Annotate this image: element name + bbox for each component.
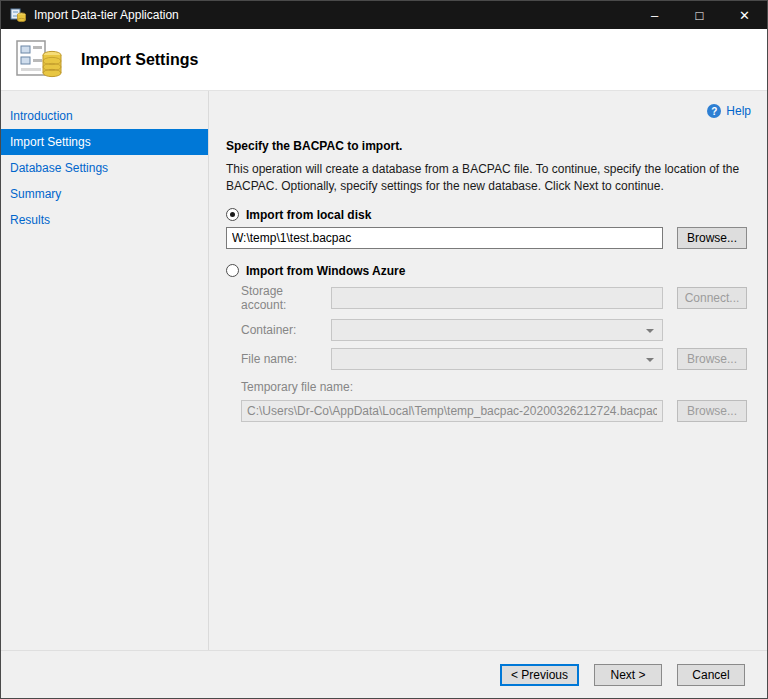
azure-radio[interactable]	[226, 264, 239, 277]
app-icon	[10, 7, 26, 23]
section-description: This operation will create a database fr…	[226, 161, 751, 195]
sidebar-item-summary[interactable]: Summary	[1, 181, 208, 207]
wizard-footer: < Previous Next > Cancel	[1, 650, 767, 698]
wizard-steps-sidebar: Introduction Import Settings Database Se…	[1, 91, 209, 650]
file-name-dropdown	[331, 348, 663, 370]
bacpac-path-input[interactable]	[226, 227, 663, 249]
temp-file-name-input	[241, 400, 663, 422]
container-dropdown	[331, 319, 663, 341]
azure-radio-row: Import from Windows Azure	[226, 264, 751, 278]
window-title: Import Data-tier Application	[34, 8, 632, 22]
sidebar-item-database-settings[interactable]: Database Settings	[1, 155, 208, 181]
help-label: Help	[726, 104, 751, 118]
file-name-label: File name:	[241, 352, 331, 366]
main-area: Introduction Import Settings Database Se…	[1, 91, 767, 650]
sidebar-item-results[interactable]: Results	[1, 207, 208, 233]
local-browse-button[interactable]: Browse...	[677, 227, 747, 249]
local-disk-radio-label[interactable]: Import from local disk	[246, 208, 371, 222]
storage-account-input	[331, 287, 663, 309]
help-icon	[707, 104, 721, 118]
previous-button[interactable]: < Previous	[500, 664, 579, 686]
azure-browse-button: Browse...	[677, 348, 747, 370]
next-button[interactable]: Next >	[594, 664, 662, 686]
connect-button: Connect...	[677, 287, 747, 309]
section-heading: Specify the BACPAC to import.	[226, 139, 751, 153]
window-controls: – □ ✕	[632, 1, 767, 29]
cancel-button[interactable]: Cancel	[677, 664, 745, 686]
storage-account-label: Storage account:	[241, 284, 331, 312]
sidebar-item-import-settings[interactable]: Import Settings	[1, 129, 208, 155]
container-label: Container:	[241, 323, 331, 337]
import-settings-icon	[15, 37, 63, 83]
azure-radio-label[interactable]: Import from Windows Azure	[246, 264, 405, 278]
page-title: Import Settings	[81, 51, 198, 69]
minimize-button[interactable]: –	[632, 1, 677, 29]
local-disk-radio-row: Import from local disk	[226, 208, 751, 222]
temp-file-name-label: Temporary file name:	[241, 380, 353, 394]
title-bar: Import Data-tier Application – □ ✕	[1, 1, 767, 29]
wizard-header: Import Settings	[1, 29, 767, 91]
maximize-button[interactable]: □	[677, 1, 722, 29]
close-button[interactable]: ✕	[722, 1, 767, 29]
import-data-tier-application-window: Import Data-tier Application – □ ✕ Impor…	[0, 0, 768, 699]
sidebar-item-introduction[interactable]: Introduction	[1, 103, 208, 129]
import-settings-page: Help Specify the BACPAC to import. This …	[209, 91, 767, 650]
local-disk-radio[interactable]	[226, 208, 239, 221]
temp-browse-button: Browse...	[677, 400, 747, 422]
help-link[interactable]: Help	[707, 103, 751, 119]
